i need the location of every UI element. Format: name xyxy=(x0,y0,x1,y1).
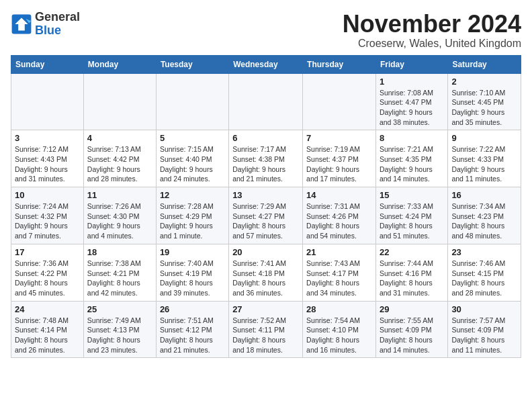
calendar-day-cell: 17Sunrise: 7:36 AM Sunset: 4:22 PM Dayli… xyxy=(11,244,84,301)
day-detail: Sunrise: 7:24 AM Sunset: 4:32 PM Dayligh… xyxy=(15,201,80,241)
calendar-day-cell: 6Sunrise: 7:17 AM Sunset: 4:38 PM Daylig… xyxy=(229,130,303,187)
day-detail: Sunrise: 7:44 AM Sunset: 4:16 PM Dayligh… xyxy=(380,259,444,298)
calendar-day-cell: 7Sunrise: 7:19 AM Sunset: 4:37 PM Daylig… xyxy=(303,130,376,187)
calendar-week-row: 17Sunrise: 7:36 AM Sunset: 4:22 PM Dayli… xyxy=(11,244,521,301)
calendar-day-cell: 4Sunrise: 7:13 AM Sunset: 4:42 PM Daylig… xyxy=(83,130,156,187)
weekday-header-tuesday: Tuesday xyxy=(156,55,228,73)
day-number: 14 xyxy=(306,190,372,200)
day-detail: Sunrise: 7:34 AM Sunset: 4:23 PM Dayligh… xyxy=(451,201,517,241)
day-number: 7 xyxy=(306,133,372,143)
day-number: 17 xyxy=(15,247,80,257)
calendar-week-row: 3Sunrise: 7:12 AM Sunset: 4:43 PM Daylig… xyxy=(11,130,521,187)
weekday-header-thursday: Thursday xyxy=(303,55,376,73)
day-detail: Sunrise: 7:26 AM Sunset: 4:30 PM Dayligh… xyxy=(87,201,152,241)
day-number: 21 xyxy=(306,247,372,257)
logo-icon xyxy=(11,13,32,35)
calendar-day-cell: 30Sunrise: 7:57 AM Sunset: 4:09 PM Dayli… xyxy=(448,301,521,358)
day-number: 18 xyxy=(87,247,152,257)
calendar-day-cell: 23Sunrise: 7:46 AM Sunset: 4:15 PM Dayli… xyxy=(448,244,521,301)
day-detail: Sunrise: 7:54 AM Sunset: 4:10 PM Dayligh… xyxy=(306,316,372,355)
day-detail: Sunrise: 7:38 AM Sunset: 4:21 PM Dayligh… xyxy=(87,259,152,298)
day-detail: Sunrise: 7:31 AM Sunset: 4:26 PM Dayligh… xyxy=(306,201,372,241)
day-number: 8 xyxy=(380,133,444,143)
day-detail: Sunrise: 7:57 AM Sunset: 4:09 PM Dayligh… xyxy=(451,316,517,355)
calendar-day-cell: 8Sunrise: 7:21 AM Sunset: 4:35 PM Daylig… xyxy=(375,130,447,187)
calendar-day-cell xyxy=(156,73,228,130)
day-detail: Sunrise: 7:43 AM Sunset: 4:17 PM Dayligh… xyxy=(306,259,372,298)
day-detail: Sunrise: 7:51 AM Sunset: 4:12 PM Dayligh… xyxy=(160,316,225,355)
day-detail: Sunrise: 7:48 AM Sunset: 4:14 PM Dayligh… xyxy=(15,316,80,355)
day-number: 13 xyxy=(232,190,299,200)
calendar-day-cell: 22Sunrise: 7:44 AM Sunset: 4:16 PM Dayli… xyxy=(375,244,447,301)
calendar-day-cell: 20Sunrise: 7:41 AM Sunset: 4:18 PM Dayli… xyxy=(229,244,303,301)
day-number: 4 xyxy=(87,133,152,143)
calendar-day-cell: 21Sunrise: 7:43 AM Sunset: 4:17 PM Dayli… xyxy=(303,244,376,301)
calendar-day-cell: 15Sunrise: 7:33 AM Sunset: 4:24 PM Dayli… xyxy=(375,187,447,244)
day-detail: Sunrise: 7:15 AM Sunset: 4:40 PM Dayligh… xyxy=(160,144,225,184)
day-number: 26 xyxy=(160,304,225,314)
logo: General Blue xyxy=(11,11,80,38)
day-number: 10 xyxy=(15,190,80,200)
weekday-header-sunday: Sunday xyxy=(11,55,84,73)
day-number: 9 xyxy=(451,133,517,143)
day-detail: Sunrise: 7:40 AM Sunset: 4:19 PM Dayligh… xyxy=(160,259,225,298)
day-number: 15 xyxy=(380,190,444,200)
calendar-table: SundayMondayTuesdayWednesdayThursdayFrid… xyxy=(11,55,521,359)
day-detail: Sunrise: 7:49 AM Sunset: 4:13 PM Dayligh… xyxy=(87,316,152,355)
day-number: 11 xyxy=(87,190,152,200)
weekday-header-saturday: Saturday xyxy=(448,55,521,73)
day-number: 22 xyxy=(380,247,444,257)
day-detail: Sunrise: 7:36 AM Sunset: 4:22 PM Dayligh… xyxy=(15,259,80,298)
calendar-day-cell: 27Sunrise: 7:52 AM Sunset: 4:11 PM Dayli… xyxy=(229,301,303,358)
weekday-header-row: SundayMondayTuesdayWednesdayThursdayFrid… xyxy=(11,55,521,73)
day-detail: Sunrise: 7:12 AM Sunset: 4:43 PM Dayligh… xyxy=(15,144,80,184)
day-number: 25 xyxy=(87,304,152,314)
calendar-week-row: 1Sunrise: 7:08 AM Sunset: 4:47 PM Daylig… xyxy=(11,73,521,130)
day-number: 20 xyxy=(232,247,299,257)
calendar-day-cell xyxy=(83,73,156,130)
day-detail: Sunrise: 7:08 AM Sunset: 4:47 PM Dayligh… xyxy=(380,88,444,128)
day-number: 29 xyxy=(380,304,444,314)
day-number: 28 xyxy=(306,304,372,314)
day-detail: Sunrise: 7:41 AM Sunset: 4:18 PM Dayligh… xyxy=(232,259,299,298)
calendar-day-cell: 11Sunrise: 7:26 AM Sunset: 4:30 PM Dayli… xyxy=(83,187,156,244)
day-detail: Sunrise: 7:17 AM Sunset: 4:38 PM Dayligh… xyxy=(232,144,299,184)
calendar-day-cell: 1Sunrise: 7:08 AM Sunset: 4:47 PM Daylig… xyxy=(375,73,447,130)
calendar-day-cell: 26Sunrise: 7:51 AM Sunset: 4:12 PM Dayli… xyxy=(156,301,228,358)
day-detail: Sunrise: 7:52 AM Sunset: 4:11 PM Dayligh… xyxy=(232,316,299,355)
calendar-day-cell xyxy=(229,73,303,130)
calendar-day-cell: 24Sunrise: 7:48 AM Sunset: 4:14 PM Dayli… xyxy=(11,301,84,358)
calendar-day-cell: 3Sunrise: 7:12 AM Sunset: 4:43 PM Daylig… xyxy=(11,130,84,187)
day-detail: Sunrise: 7:10 AM Sunset: 4:45 PM Dayligh… xyxy=(451,88,517,128)
calendar-day-cell: 13Sunrise: 7:29 AM Sunset: 4:27 PM Dayli… xyxy=(229,187,303,244)
day-detail: Sunrise: 7:13 AM Sunset: 4:42 PM Dayligh… xyxy=(87,144,152,184)
calendar-day-cell xyxy=(303,73,376,130)
month-title: November 2024 xyxy=(343,11,521,38)
day-number: 24 xyxy=(15,304,80,314)
calendar-day-cell: 9Sunrise: 7:22 AM Sunset: 4:33 PM Daylig… xyxy=(448,130,521,187)
day-number: 2 xyxy=(451,77,517,87)
day-detail: Sunrise: 7:46 AM Sunset: 4:15 PM Dayligh… xyxy=(451,259,517,298)
day-detail: Sunrise: 7:29 AM Sunset: 4:27 PM Dayligh… xyxy=(232,201,299,241)
calendar-day-cell xyxy=(11,73,84,130)
day-number: 3 xyxy=(15,133,80,143)
day-detail: Sunrise: 7:22 AM Sunset: 4:33 PM Dayligh… xyxy=(451,144,517,184)
day-number: 12 xyxy=(160,190,225,200)
weekday-header-friday: Friday xyxy=(375,55,447,73)
day-number: 23 xyxy=(451,247,517,257)
day-detail: Sunrise: 7:33 AM Sunset: 4:24 PM Dayligh… xyxy=(380,201,444,241)
day-detail: Sunrise: 7:28 AM Sunset: 4:29 PM Dayligh… xyxy=(160,201,225,241)
day-detail: Sunrise: 7:55 AM Sunset: 4:09 PM Dayligh… xyxy=(380,316,444,355)
weekday-header-monday: Monday xyxy=(83,55,156,73)
calendar-week-row: 24Sunrise: 7:48 AM Sunset: 4:14 PM Dayli… xyxy=(11,301,521,358)
day-number: 19 xyxy=(160,247,225,257)
calendar-day-cell: 25Sunrise: 7:49 AM Sunset: 4:13 PM Dayli… xyxy=(83,301,156,358)
weekday-header-wednesday: Wednesday xyxy=(229,55,303,73)
calendar-day-cell: 5Sunrise: 7:15 AM Sunset: 4:40 PM Daylig… xyxy=(156,130,228,187)
page-header: General Blue November 2024 Croeserw, Wal… xyxy=(11,11,521,50)
calendar-day-cell: 2Sunrise: 7:10 AM Sunset: 4:45 PM Daylig… xyxy=(448,73,521,130)
day-number: 5 xyxy=(160,133,225,143)
calendar-day-cell: 14Sunrise: 7:31 AM Sunset: 4:26 PM Dayli… xyxy=(303,187,376,244)
day-number: 27 xyxy=(232,304,299,314)
day-number: 6 xyxy=(232,133,299,143)
